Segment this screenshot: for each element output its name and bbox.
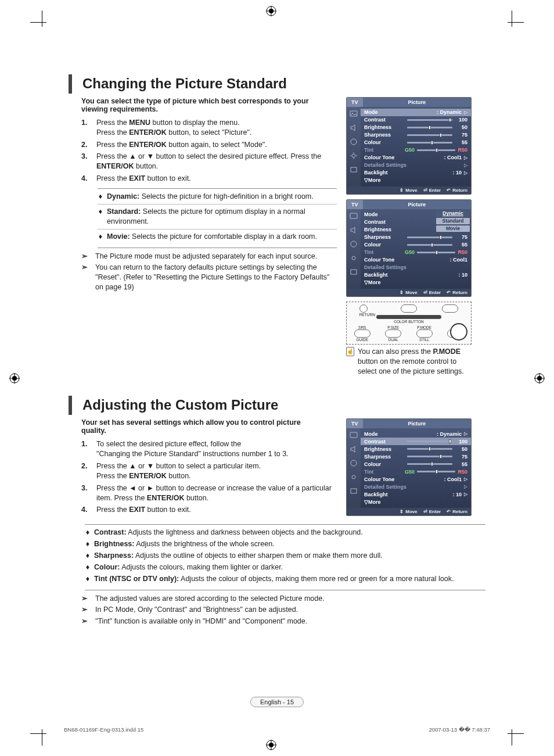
mode-desc: ♦ Dynamic: Selects the picture for high-… (98, 192, 337, 202)
crop-mark (30, 733, 46, 734)
step-body: Press the EXIT button to exit. (96, 174, 337, 184)
mode-descriptions: ♦ Dynamic: Selects the picture for high-… (98, 188, 337, 248)
step-num: 4. (81, 505, 91, 515)
osd-row-sharpness[interactable]: Sharpness75 (364, 234, 467, 241)
osd-panel-2: TV Picture Dynamic (346, 199, 472, 297)
notes-list-1: ➢ The Picture mode must be adjusted sepa… (81, 252, 337, 293)
mode-text: Standard: Selects the picture for optimu… (107, 207, 337, 227)
svg-point-26 (351, 460, 357, 466)
osd-row-mode[interactable]: Mode: Dynamic▷ (364, 430, 467, 438)
osd-row-colour-tone[interactable]: Colour Tone: Cool1▷ (364, 154, 467, 162)
osd-row-sharpness[interactable]: Sharpness75 (364, 131, 467, 139)
mode-desc: ♦ Standard: Selects the picture for opti… (98, 207, 337, 227)
mode-desc: ♦ Movie: Selects the picture for comfort… (98, 232, 337, 242)
def: ♦Brightness: Adjusts the brightness of t… (85, 539, 485, 549)
sound-icon (347, 442, 361, 456)
mode-option-standard[interactable]: Standard (436, 218, 470, 224)
note-text: In PC Mode, Only "Contrast" and "Brightn… (95, 605, 485, 615)
return-icon: ↶ (447, 290, 451, 295)
setup-icon (347, 149, 361, 163)
lead-text: Your set has several settings which allo… (81, 418, 325, 435)
osd-row-backlight[interactable]: Backlight: 10▷ (364, 169, 467, 177)
bullet-icon: ♦ (85, 528, 91, 538)
bullet-icon: ♦ (98, 232, 103, 242)
osd-row-more[interactable]: ▽More (364, 279, 467, 286)
section2-right: TV Picture Mode: Dynamic▷ (346, 418, 474, 521)
note-text: You can return to the factory defaults p… (95, 263, 337, 292)
osd-header: TV Picture (347, 200, 471, 209)
bullet-icon: ♦ (85, 551, 91, 561)
def-text: Colour: Adjusts the colours, making them… (94, 562, 485, 572)
svg-point-22 (351, 241, 357, 247)
divider (98, 204, 337, 205)
step-body: Press the EXIT button to exit. (96, 505, 337, 515)
crop-mark (42, 10, 42, 27)
step-body: To select the desired picture effect, fo… (96, 439, 337, 459)
def: ♦Sharpness: Adjusts the outline of objec… (85, 551, 485, 561)
osd-row-contrast[interactable]: Contrast100 (361, 438, 471, 445)
osd-icon-column (347, 209, 361, 289)
def-text: Brightness: Adjusts the brightness of th… (94, 539, 485, 549)
osd-row-colour[interactable]: Colour55 (364, 139, 467, 146)
osd-row-more[interactable]: ▽More (364, 177, 467, 184)
page: Changing the Picture Standard You can se… (0, 0, 554, 756)
note: ➢In PC Mode, Only "Contrast" and "Bright… (81, 605, 485, 615)
osd-content: Mode: Dynamic▷ Contrast100 Brightness50 … (361, 428, 471, 508)
osd-return-hint: ↶Return (447, 290, 467, 295)
step: 3. Press the ▲ or ▼ button to select the… (81, 152, 337, 171)
return-icon: ↶ (447, 188, 451, 193)
osd-content: Mode: Dynamic▷ Contrast100 Brightness50 … (361, 107, 471, 187)
reg-mark-right (534, 373, 545, 384)
arrow-icon: ➢ (81, 617, 91, 626)
osd-row-more[interactable]: ▽More (364, 498, 467, 506)
osd-tv-label: TV (347, 419, 363, 428)
title-bar (69, 74, 72, 94)
osd-enter-hint: ⏎Enter (423, 509, 441, 514)
section-title-1: Changing the Picture Standard (69, 74, 485, 94)
step: 3. Press the ◄ or ► button to decrease o… (81, 483, 337, 503)
svg-point-18 (351, 139, 357, 145)
osd-row-contrast[interactable]: Contrast100 (364, 116, 467, 124)
osd-row-colour[interactable]: Colour55 (364, 241, 467, 249)
step: 2. Press the ▲ or ▼ button to select a p… (81, 461, 337, 481)
osd-panel-1: TV Picture Mode: Dynamic▷ (346, 97, 472, 195)
remote-control-image: RETURN COLOR BUTTON SRSGUIDE P.SIZEDUAL … (346, 302, 472, 345)
svg-rect-16 (350, 111, 357, 116)
def-text: Tint (NTSC or DTV only): Adjusts the col… (94, 574, 485, 584)
page-footer: English - 15 (0, 697, 554, 707)
input-icon (347, 265, 361, 279)
osd-row-sharpness[interactable]: Sharpness75 (364, 453, 467, 460)
svg-point-27 (352, 475, 355, 479)
note: ➢ You can return to the factory defaults… (81, 263, 337, 292)
osd-row-colour[interactable]: Colour55 (364, 460, 467, 468)
color-buttons (376, 315, 441, 319)
input-icon (347, 163, 361, 177)
bullet-icon: ♦ (85, 574, 91, 584)
sound-icon (347, 223, 361, 237)
section-title-2: Adjusting the Custom Picture (69, 396, 485, 415)
step-num: 2. (81, 461, 91, 481)
reg-mark-bottom (266, 740, 276, 750)
channel-icon (347, 135, 361, 149)
osd-footer: ⇕Move ⏎Enter ↶Return (347, 187, 471, 194)
mode-option-dynamic[interactable]: Dynamic (436, 210, 470, 217)
osd-row-tint: TintG50R50 (364, 468, 467, 475)
step-num: 2. (81, 140, 91, 150)
osd-body: Dynamic Standard Movie Mode: Contrast100… (347, 209, 471, 289)
osd-row-brightness[interactable]: Brightness50 (364, 124, 467, 131)
updown-icon: ⇕ (400, 290, 404, 295)
osd-body: Mode: Dynamic▷ Contrast100 Brightness50 … (347, 107, 471, 187)
osd-row-brightness[interactable]: Brightness50 (364, 445, 467, 453)
notes-list-2: ➢The adjusted values are stored accordin… (81, 594, 485, 627)
osd-title: Picture (363, 99, 471, 105)
osd-row-backlight[interactable]: Backlight: 10 (364, 271, 467, 279)
osd-row-colour-tone[interactable]: Colour Tone: Cool1 (364, 256, 467, 264)
crop-mark (512, 10, 512, 27)
mode-option-movie[interactable]: Movie (436, 225, 470, 232)
bullet-icon: ♦ (98, 207, 103, 227)
osd-row-colour-tone[interactable]: Colour Tone: Cool1▷ (364, 475, 467, 483)
crop-mark (512, 729, 512, 746)
osd-row-backlight[interactable]: Backlight: 10▷ (364, 490, 467, 498)
chevron-right-icon: ▷ (464, 110, 467, 115)
osd-row-mode[interactable]: Mode: Dynamic▷ (361, 109, 471, 116)
